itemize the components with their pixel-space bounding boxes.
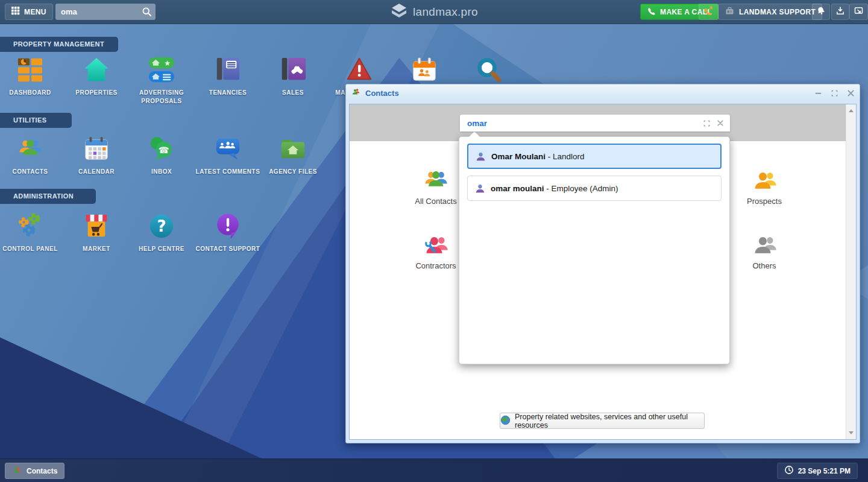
desktop-icon-advertising-proposals[interactable]: ★ADVERTISING PROPOSALS — [127, 56, 197, 105]
global-search-input[interactable] — [55, 7, 142, 16]
notifications-button[interactable] — [812, 4, 830, 20]
contacts-icon — [0, 135, 65, 163]
group-header-utilities: UTILITIES — [0, 113, 72, 128]
desktop-icon-tenancies[interactable]: TENANCIES — [193, 56, 263, 97]
viewings-icon — [453, 56, 523, 84]
helpcentre-icon: ? — [127, 212, 197, 240]
desktop-icon-control-panel[interactable]: CONTROL PANEL — [0, 212, 65, 253]
menu-label: MENU — [24, 8, 46, 16]
person-icon — [475, 183, 485, 194]
clock-icon — [784, 465, 794, 477]
taskbar-contacts-button[interactable]: Contacts — [5, 463, 64, 479]
download-icon — [835, 6, 845, 17]
display-button[interactable] — [849, 4, 868, 20]
contact-search-box[interactable] — [460, 115, 730, 132]
svg-text:☎: ☎ — [159, 145, 169, 155]
controlpanel-icon — [0, 212, 65, 240]
apps-grid-icon — [11, 7, 20, 17]
top-bar: MENU landmax.pro MAKE A CALL — [0, 0, 868, 24]
contact-search-input[interactable] — [460, 119, 703, 128]
scroll-up-icon[interactable] — [849, 109, 854, 112]
category-prospects[interactable]: Prospects — [731, 166, 797, 206]
close-icon[interactable] — [847, 89, 855, 97]
landmax-support-button[interactable]: LANDMAX SUPPORT — [718, 4, 822, 20]
category-others[interactable]: Others — [731, 231, 797, 270]
screen: MENU landmax.pro MAKE A CALL — [0, 0, 868, 482]
phone-icon — [647, 7, 656, 17]
agencyfiles-icon — [258, 135, 328, 163]
app-logo: landmax.pro — [390, 0, 478, 24]
expand-search-icon[interactable] — [703, 119, 711, 127]
search-icon[interactable] — [142, 7, 152, 17]
bell-icon — [816, 6, 826, 17]
search-result-item[interactable]: omar moulani - Employee (Admin) — [467, 176, 722, 201]
window-title: Contacts — [365, 89, 399, 98]
phone-forward-icon — [703, 6, 714, 18]
desktop-icon-dashboard[interactable]: DASHBOARD — [0, 56, 65, 97]
clock-label: 23 Sep 5:21 PM — [798, 467, 851, 475]
svg-text:?: ? — [157, 217, 166, 235]
taskbar: Contacts 23 Sep 5:21 PM — [0, 458, 868, 482]
dashboard-icon — [0, 56, 65, 84]
desktop-icon-contact-support[interactable]: CONTACT SUPPORT — [193, 212, 263, 253]
taskbar-clock[interactable]: 23 Sep 5:21 PM — [777, 463, 858, 479]
menu-button[interactable]: MENU — [5, 4, 53, 20]
maintenance-icon — [324, 56, 394, 84]
window-scrollbar[interactable] — [846, 104, 856, 439]
desktop-icon-agency-files[interactable]: AGENCY FILES — [258, 135, 328, 176]
scroll-down-icon[interactable] — [849, 431, 854, 434]
cat_prospects-icon — [731, 166, 797, 194]
desktop-icon-market[interactable]: MARKET — [61, 212, 131, 253]
resources-label: Property related websites, services and … — [515, 413, 704, 430]
clear-search-icon[interactable] — [717, 119, 724, 127]
contactsupport-icon — [193, 212, 263, 240]
logo-text: landmax.pro — [413, 5, 478, 19]
desktop-icon-properties[interactable]: PROPERTIES — [61, 56, 131, 97]
support-label: LANDMAX SUPPORT — [739, 8, 816, 16]
desktop-icon-sales[interactable]: SALES — [258, 56, 328, 97]
globe-icon — [500, 415, 511, 427]
comments-icon — [193, 135, 263, 163]
sales-icon — [258, 56, 328, 84]
advertising-icon: ★ — [127, 56, 197, 84]
downloads-button[interactable] — [831, 4, 849, 20]
inbox-icon: ☎ — [127, 135, 197, 163]
calendar-icon — [61, 135, 131, 163]
contacts-window-icon — [351, 87, 361, 99]
desktop-icon-appointments[interactable] — [389, 56, 459, 84]
properties-icon — [61, 56, 131, 84]
person-icon — [476, 151, 486, 162]
desktop-icon-viewings[interactable] — [453, 56, 523, 84]
desktop-icon-calendar[interactable]: CALENDAR — [61, 135, 131, 176]
group-header-administration: ADMINISTRATION — [0, 189, 96, 204]
landmax-logo-icon — [390, 3, 408, 22]
taskbar-app-label: Contacts — [27, 467, 57, 475]
window-titlebar[interactable]: Contacts — [346, 84, 860, 101]
search-result-selected[interactable]: Omar Moulani - Landlord — [467, 144, 722, 169]
maximize-icon[interactable] — [831, 89, 838, 97]
market-icon — [61, 212, 131, 240]
support-badge-icon — [725, 6, 735, 17]
desktop-icon-help-centre[interactable]: ?HELP CENTRE — [127, 212, 197, 253]
contacts-icon — [12, 466, 22, 477]
call-forward-button[interactable] — [699, 4, 719, 20]
contacts-window: Contacts All ContactsContractorsProspect… — [345, 84, 860, 443]
desktop-icon-latest-comments[interactable]: LATEST COMMENTS — [193, 135, 263, 176]
monitor-icon — [854, 6, 864, 17]
desktop-icon-contacts[interactable]: CONTACTS — [0, 135, 65, 176]
property-resources-button[interactable]: Property related websites, services and … — [500, 413, 705, 429]
svg-text:★: ★ — [164, 59, 171, 68]
group-header-property-management: PROPERTY MANAGEMENT — [0, 37, 118, 52]
minimize-icon[interactable] — [814, 89, 822, 97]
global-search[interactable] — [55, 4, 156, 20]
tenancies-icon — [193, 56, 263, 84]
search-results-dropdown: Omar Moulani - Landlordomar moulani - Em… — [459, 136, 730, 364]
desktop-icon-inbox[interactable]: ☎INBOX — [127, 135, 197, 176]
appointments-icon — [389, 56, 459, 84]
cat_others-icon — [731, 231, 797, 259]
